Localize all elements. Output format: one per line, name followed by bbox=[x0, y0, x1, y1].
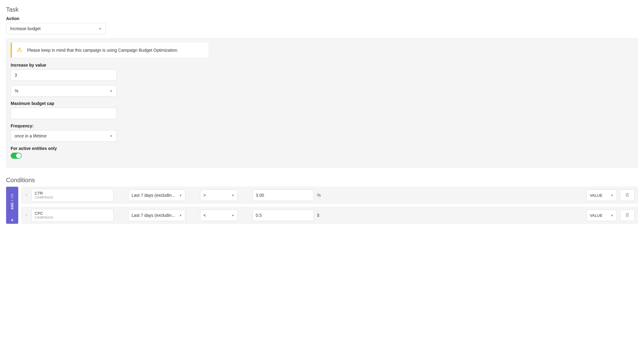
drag-handle-icon[interactable]: ⠿ bbox=[25, 215, 28, 216]
timeframe-select[interactable]: Last 7 days (excludin... ▼ bbox=[128, 189, 185, 201]
increase-unit-value: % bbox=[15, 88, 18, 93]
chevron-down-icon: ▼ bbox=[611, 194, 614, 197]
conditions-title: Conditions bbox=[6, 177, 638, 184]
trash-icon bbox=[625, 213, 630, 218]
value-type-select[interactable]: VALUE ▼ bbox=[586, 210, 617, 221]
chevron-down-icon: ▼ bbox=[179, 214, 182, 217]
condition-unit: $ bbox=[317, 213, 326, 218]
timeframe-value: Last 7 days (excludin... bbox=[132, 193, 175, 198]
frequency-label: Frequency: bbox=[11, 123, 633, 128]
increase-value-text: 3 bbox=[15, 73, 17, 78]
increase-value-input[interactable]: 3 bbox=[11, 69, 117, 81]
alert-text: Please keep in mind that this campaign i… bbox=[27, 48, 178, 53]
cbo-alert: Please keep in mind that this campaign i… bbox=[11, 43, 209, 58]
add-condition-button[interactable]: + bbox=[6, 217, 18, 224]
logic-or-label: OR bbox=[11, 193, 14, 198]
active-entities-toggle[interactable] bbox=[11, 153, 22, 159]
task-title: Task bbox=[6, 6, 638, 13]
plus-icon: + bbox=[11, 217, 13, 223]
value-type-select[interactable]: VALUE ▼ bbox=[586, 189, 617, 201]
frequency-select[interactable]: once in a lifetime ▼ bbox=[11, 130, 117, 142]
condition-value-input[interactable]: 0.5 bbox=[252, 210, 314, 221]
increase-by-value-label: Increase by value bbox=[11, 63, 633, 68]
max-budget-cap-input[interactable] bbox=[11, 108, 117, 119]
value-type-text: VALUE bbox=[590, 193, 603, 198]
condition-unit: % bbox=[317, 193, 326, 198]
metric-select[interactable]: CTR CAMPAIGN bbox=[31, 189, 114, 202]
logic-toggle[interactable]: AND / OR bbox=[6, 187, 18, 217]
condition-rows: ⠿ CTR CAMPAIGN Last 7 days (excludin... … bbox=[21, 187, 638, 224]
chevron-down-icon: ▼ bbox=[231, 194, 234, 197]
toggle-knob bbox=[16, 153, 21, 158]
chevron-down-icon: ▼ bbox=[110, 134, 113, 138]
frequency-value: once in a lifetime bbox=[15, 133, 47, 138]
operator-value: < bbox=[203, 213, 206, 218]
drag-handle-icon[interactable]: ⠿ bbox=[25, 195, 28, 196]
condition-value-input[interactable]: 3.00 bbox=[252, 189, 314, 201]
task-config-panel: Please keep in mind that this campaign i… bbox=[6, 38, 638, 168]
chevron-down-icon: ▼ bbox=[110, 89, 113, 93]
operator-value: > bbox=[203, 193, 206, 198]
condition-row: ⠿ CTR CAMPAIGN Last 7 days (excludin... … bbox=[21, 187, 638, 204]
chevron-down-icon: ▼ bbox=[611, 214, 614, 217]
conditions-section: Conditions AND / OR + ⠿ CTR CAMPAIGN bbox=[6, 177, 638, 224]
metric-select[interactable]: CPC CAMPAIGN bbox=[31, 209, 114, 222]
chevron-down-icon: ▼ bbox=[179, 194, 182, 197]
timeframe-value: Last 7 days (excludin... bbox=[132, 213, 175, 218]
action-select[interactable]: Increase budget ▼ bbox=[6, 23, 106, 34]
operator-select[interactable]: > ▼ bbox=[200, 189, 238, 201]
operator-select[interactable]: < ▼ bbox=[200, 210, 238, 221]
increase-unit-select[interactable]: % ▼ bbox=[11, 85, 117, 97]
metric-name: CPC bbox=[35, 211, 110, 216]
logic-sep: / bbox=[11, 200, 14, 201]
trash-icon bbox=[625, 192, 630, 198]
metric-name: CTR bbox=[35, 191, 110, 196]
action-select-value: Increase budget bbox=[10, 26, 40, 31]
condition-value-text: 3.00 bbox=[256, 193, 264, 198]
warning-icon bbox=[17, 47, 22, 54]
logic-and-label: AND bbox=[11, 203, 14, 210]
value-type-text: VALUE bbox=[590, 213, 603, 218]
max-budget-cap-label: Maximum budget cap bbox=[11, 101, 633, 106]
action-label: Action bbox=[6, 16, 638, 21]
delete-condition-button[interactable] bbox=[620, 210, 635, 221]
condition-value-text: 0.5 bbox=[256, 213, 262, 218]
condition-row: ⠿ CPC CAMPAIGN Last 7 days (excludin... … bbox=[21, 207, 638, 224]
metric-level: CAMPAIGN bbox=[35, 216, 110, 219]
logic-column: AND / OR + bbox=[6, 187, 18, 224]
timeframe-select[interactable]: Last 7 days (excludin... ▼ bbox=[128, 210, 185, 221]
metric-level: CAMPAIGN bbox=[35, 196, 110, 199]
active-entities-label: For active entities only bbox=[11, 146, 633, 151]
delete-condition-button[interactable] bbox=[620, 189, 635, 201]
task-section: Task Action Increase budget ▼ Please kee… bbox=[6, 6, 638, 168]
chevron-down-icon: ▼ bbox=[231, 214, 234, 217]
chevron-down-icon: ▼ bbox=[99, 27, 102, 30]
